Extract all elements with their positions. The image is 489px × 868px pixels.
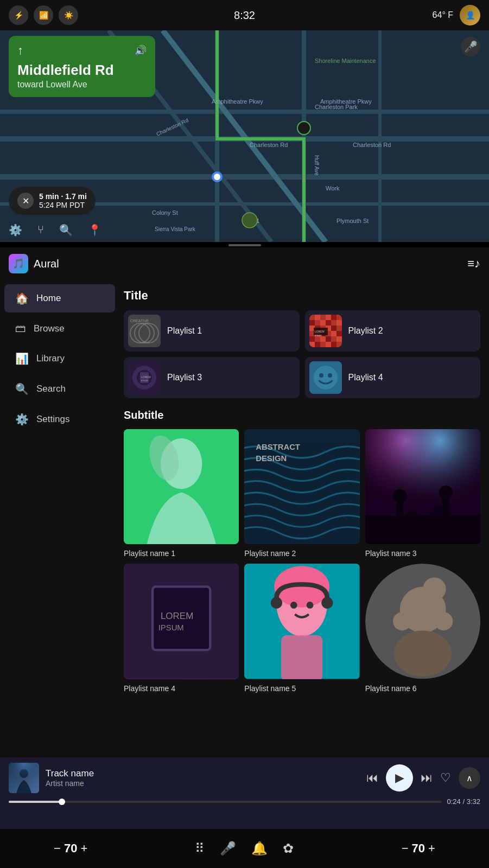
playlist-thumb-1: CREATIVE (128, 315, 161, 347)
sidebar-settings-label: Settings (36, 414, 69, 425)
status-bar: ⚡ 📶 ☀️ 8:32 64° F 👤 (0, 0, 489, 30)
svg-text:IPSUM: IPSUM (141, 379, 148, 382)
previous-button[interactable]: ⏮ (366, 771, 378, 785)
sidebar-library-label: Library (36, 353, 65, 364)
next-button[interactable]: ⏭ (421, 771, 433, 785)
track-info: Track name Artist name (46, 768, 360, 788)
album-thumb-5 (244, 564, 359, 679)
track-thumbnail (9, 763, 39, 793)
album-card-3[interactable]: Playlist name 3 (365, 429, 480, 558)
volume-left-value: 70 (64, 841, 77, 856)
settings-icon[interactable]: ⚙️ (9, 224, 22, 237)
location-pin-icon[interactable]: 📍 (88, 224, 101, 237)
svg-rect-48 (331, 326, 336, 331)
svg-rect-61 (336, 336, 342, 342)
svg-text:Charleston Rd: Charleston Rd (250, 142, 288, 148)
volume-right-minus[interactable]: − (402, 841, 409, 856)
svg-rect-64 (320, 342, 326, 347)
sidebar-item-browse[interactable]: 🗃 Browse (4, 315, 115, 342)
volume-right-plus[interactable]: + (428, 841, 435, 856)
svg-point-112 (394, 630, 452, 676)
svg-text:Amphitheatre Pkwy: Amphitheatre Pkwy (320, 98, 372, 105)
svg-point-105 (322, 597, 333, 609)
playlist-thumb-2: LOREM IPSUM (309, 315, 342, 347)
svg-rect-65 (326, 342, 331, 347)
playlist-card-4[interactable]: Playlist 4 (305, 357, 481, 398)
playlist-thumb-3: LOREM IPSUM (128, 361, 161, 394)
sidebar-item-settings[interactable]: ⚙️ Settings (4, 405, 115, 433)
nav-close-button[interactable]: ✕ (17, 193, 34, 209)
search-icon: 🔍 (15, 382, 29, 395)
status-right: 64° F 👤 (433, 5, 480, 25)
sidebar-item-home[interactable]: 🏠 Home (4, 284, 115, 312)
grid-icon[interactable]: ⠿ (195, 841, 205, 856)
drag-handle[interactable] (228, 244, 261, 246)
svg-rect-118 (9, 763, 39, 793)
svg-rect-58 (320, 336, 326, 342)
playlist-card-1[interactable]: CREATIVE Playlist 1 (124, 310, 300, 352)
album-2-name: Playlist name 2 (244, 549, 296, 558)
svg-text:Charleston Rd: Charleston Rd (353, 142, 391, 148)
nav-sound-icon[interactable]: 🔊 (135, 44, 147, 56)
status-time: 8:32 (234, 9, 255, 22)
album-card-5[interactable]: Playlist name 5 (244, 564, 359, 693)
current-time: 0:24 (447, 797, 461, 806)
album-card-2[interactable]: ABSTRACT DESIGN Playlist name 2 (244, 429, 359, 558)
svg-text:IPSUM: IPSUM (315, 334, 322, 337)
playlist-card-2[interactable]: LOREM IPSUM Playlist 2 (305, 310, 481, 352)
fan-icon[interactable]: ✿ (283, 841, 294, 856)
play-button[interactable]: ▶ (386, 764, 413, 792)
expand-button[interactable]: ∧ (459, 767, 480, 789)
sidebar-item-library[interactable]: 📊 Library (4, 344, 115, 373)
app-name: Aural (34, 258, 462, 270)
playlist-grid: CREATIVE Playlist 1 (124, 310, 480, 398)
sidebar-item-search[interactable]: 🔍 Search (4, 375, 115, 403)
album-thumb-2: ABSTRACT DESIGN (244, 429, 359, 544)
album-card-6[interactable]: Playlist name 6 (365, 564, 480, 693)
search-icon[interactable]: 🔍 (59, 224, 73, 237)
album-6-name: Playlist name 6 (365, 684, 417, 693)
volume-left-plus[interactable]: + (80, 841, 87, 856)
progress-bar[interactable] (9, 801, 442, 803)
svg-point-78 (314, 366, 338, 390)
svg-rect-60 (331, 336, 336, 342)
volume-left-minus[interactable]: − (54, 841, 61, 856)
voice-search-icon[interactable]: 🎤 (461, 37, 480, 56)
sidebar-home-label: Home (36, 293, 61, 304)
section-subtitle: Subtitle (124, 409, 480, 422)
bottom-center-icons: ⠿ 🎤 🔔 ✿ (195, 841, 294, 856)
svg-point-111 (423, 578, 446, 601)
now-playing-bar: Track name Artist name ⏮ ▶ ⏭ ♡ ∧ 0:24 / … (0, 757, 489, 829)
artist-name: Artist name (46, 779, 360, 788)
track-name: Track name (46, 768, 360, 779)
svg-rect-108 (281, 635, 322, 679)
svg-text:Charleston Park: Charleston Park (315, 104, 358, 110)
nav-street: Middlefield Rd (17, 62, 147, 79)
svg-rect-42 (331, 320, 336, 326)
svg-rect-59 (326, 336, 331, 342)
time-separator: / (462, 797, 466, 806)
like-button[interactable]: ♡ (440, 771, 451, 785)
playlist-card-3[interactable]: LOREM IPSUM Playlist 3 (124, 357, 300, 398)
user-avatar[interactable]: 👤 (460, 5, 480, 25)
svg-rect-62 (309, 342, 315, 347)
album-thumb-4: LOREM IPSUM (124, 564, 239, 679)
playlist-4-name: Playlist 4 (348, 373, 383, 382)
nav-toward: toward Lowell Ave (17, 80, 147, 90)
svg-text:LOREM: LOREM (161, 611, 193, 621)
svg-text:Charleston Rd: Charleston Rd (155, 117, 189, 137)
queue-icon[interactable]: ≡♪ (467, 257, 480, 271)
album-card-1[interactable]: Playlist name 1 (124, 429, 239, 558)
svg-rect-34 (320, 315, 326, 320)
svg-rect-66 (331, 342, 336, 347)
playlist-3-name: Playlist 3 (167, 373, 202, 382)
album-card-4[interactable]: LOREM IPSUM Playlist name 4 (124, 564, 239, 693)
arrival-time: 5:24 PM PDT (39, 201, 87, 209)
svg-text:LOREM: LOREM (315, 330, 325, 333)
bell-icon[interactable]: 🔔 (251, 841, 268, 856)
svg-point-114 (434, 612, 453, 631)
svg-text:Shoreline Maintenance: Shoreline Maintenance (315, 58, 376, 64)
svg-rect-32 (309, 315, 315, 320)
microphone-icon[interactable]: 🎤 (220, 841, 236, 856)
route-icon[interactable]: ⑂ (37, 224, 44, 237)
